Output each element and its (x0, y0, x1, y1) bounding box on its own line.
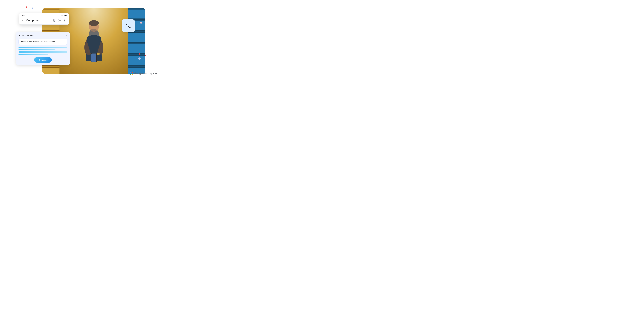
google-workspace-logo: Google Workspace (130, 72, 157, 75)
more-options-icon (63, 19, 66, 22)
compose-header: ← Compose (19, 17, 70, 24)
ai-card[interactable] (122, 19, 135, 32)
attachment-button[interactable] (52, 18, 56, 22)
svg-rect-4 (91, 53, 96, 62)
svg-point-9 (130, 72, 131, 73)
loading-bar-2 (18, 49, 55, 50)
battery-icon (64, 15, 67, 16)
compose-title: Compose (26, 19, 50, 22)
compose-card: 9:30 ← Compose (19, 13, 70, 24)
google-workspace-text: Google Workspace (134, 72, 157, 75)
sparkle-blue-1: ✦ (32, 7, 34, 10)
svg-rect-5 (97, 53, 100, 55)
svg-point-12 (132, 74, 133, 75)
status-time: 9:30 (22, 14, 25, 16)
help-me-write-panel: Help me write × Introduce Eric as new sa… (16, 32, 70, 65)
close-button[interactable]: × (66, 34, 68, 37)
loading-bar-3 (18, 51, 68, 53)
wifi-icon (61, 15, 63, 16)
compose-actions (52, 18, 67, 22)
more-options-button[interactable] (62, 18, 67, 22)
svg-point-10 (132, 72, 133, 73)
svg-point-8 (130, 27, 130, 28)
creating-button[interactable]: Creating... (34, 57, 52, 63)
send-icon (58, 19, 61, 22)
status-icons (61, 15, 67, 16)
loading-bars (18, 47, 68, 55)
svg-point-11 (130, 74, 131, 75)
status-bar: 9:30 (19, 13, 70, 17)
circle-pink (140, 22, 142, 24)
help-write-input-text[interactable]: Introduce Eric as new sales team member. (18, 38, 68, 45)
help-write-title: Help me write (18, 34, 34, 37)
magic-wand-icon (125, 22, 132, 29)
google-logo (130, 72, 133, 75)
svg-rect-7 (128, 25, 130, 28)
attachment-icon (52, 19, 56, 22)
svg-point-2 (89, 20, 99, 26)
pen-icon (18, 34, 21, 37)
circle-red (144, 55, 146, 56)
circle-blue (138, 57, 141, 60)
send-button[interactable] (57, 18, 62, 22)
sparkle-red-1: ✦ (26, 5, 28, 9)
help-write-header: Help me write × (18, 34, 68, 37)
loading-bar-1 (18, 47, 68, 48)
back-button[interactable]: ← (22, 19, 24, 22)
person-svg (77, 18, 111, 74)
loading-bar-4 (18, 54, 48, 55)
